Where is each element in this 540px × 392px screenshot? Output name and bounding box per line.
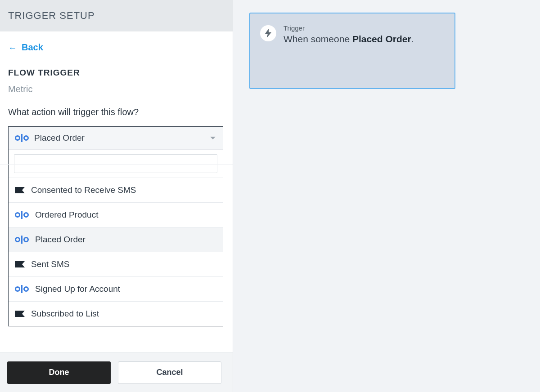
sidebar-footer: Done Cancel	[0, 352, 233, 392]
flag-icon	[15, 311, 25, 317]
trigger-icon-circle	[260, 25, 276, 41]
dropdown-option-selected[interactable]: Placed Order	[9, 227, 223, 252]
dropdown-search-row	[9, 149, 223, 178]
dropdown-option[interactable]: Ordered Product	[9, 202, 223, 227]
svg-marker-3	[265, 29, 271, 38]
trigger-card[interactable]: Trigger When someone Placed Order.	[249, 13, 455, 89]
svg-marker-0	[15, 187, 25, 193]
dropdown-option[interactable]: Sent SMS	[9, 252, 223, 276]
olo-icon	[15, 211, 29, 219]
arrow-left-icon: ←	[8, 43, 17, 52]
chevron-down-icon	[210, 137, 216, 139]
trigger-text: When someone Placed Order.	[284, 34, 445, 45]
svg-marker-2	[15, 311, 25, 317]
option-label: Ordered Product	[35, 210, 98, 220]
trigger-question: What action will trigger this flow?	[0, 102, 233, 126]
trigger-suffix: .	[411, 34, 414, 44]
option-label: Placed Order	[35, 235, 86, 245]
dropdown-option[interactable]: Subscribed to List	[9, 301, 223, 326]
dropdown-option[interactable]: Consented to Receive SMS	[9, 178, 223, 202]
olo-icon	[15, 285, 29, 293]
cancel-button[interactable]: Cancel	[118, 361, 221, 384]
trigger-event: Placed Order	[352, 34, 411, 44]
svg-marker-1	[15, 261, 25, 267]
sidebar-header: TRIGGER SETUP	[0, 0, 233, 31]
dropdown-selected[interactable]: Placed Order	[9, 127, 223, 149]
divider	[0, 164, 233, 165]
option-label: Sent SMS	[31, 259, 70, 269]
dropdown-selected-text: Placed Order	[34, 133, 85, 143]
bolt-icon	[264, 29, 272, 38]
section-title: FLOW TRIGGER	[0, 57, 233, 81]
flag-icon	[15, 261, 25, 267]
sidebar-title: TRIGGER SETUP	[8, 10, 225, 22]
metric-dropdown: Placed Order Consented to Receive SMS Or…	[8, 126, 223, 326]
option-label: Signed Up for Account	[35, 284, 120, 294]
back-label: Back	[22, 42, 43, 53]
option-label: Consented to Receive SMS	[31, 185, 136, 195]
metric-type-label: Metric	[0, 81, 233, 102]
trigger-prefix: When someone	[284, 34, 352, 44]
option-label: Subscribed to List	[31, 309, 99, 319]
olo-icon	[15, 236, 29, 244]
flag-icon	[15, 187, 25, 193]
olo-icon	[15, 134, 29, 142]
back-row: ← Back	[0, 31, 233, 57]
dropdown-option[interactable]: Signed Up for Account	[9, 276, 223, 301]
trigger-label: Trigger	[284, 24, 445, 32]
dropdown-container: Placed Order Consented to Receive SMS Or…	[0, 126, 233, 326]
dropdown-search-input[interactable]	[14, 154, 217, 173]
back-button[interactable]: ← Back	[8, 42, 43, 53]
config-sidebar: TRIGGER SETUP ← Back FLOW TRIGGER Metric…	[0, 0, 233, 392]
done-button[interactable]: Done	[7, 361, 111, 384]
flow-canvas[interactable]: Trigger When someone Placed Order.	[233, 0, 540, 392]
trigger-content: Trigger When someone Placed Order.	[284, 24, 445, 45]
